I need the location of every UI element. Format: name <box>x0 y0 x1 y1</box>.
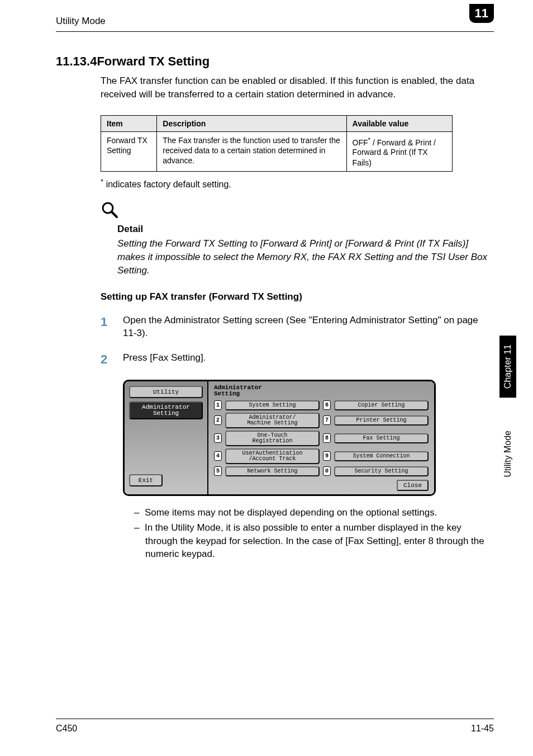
cell-desc: The Fax transfer is the function used to… <box>157 131 346 171</box>
content-area: 11.13.4Forward TX Setting The FAX transf… <box>0 32 533 561</box>
step-1: 1 Open the Administrator Setting screen … <box>101 314 494 341</box>
side-tab: Chapter 11 <box>499 336 516 398</box>
th-desc: Description <box>157 115 346 131</box>
footer-left: C450 <box>56 724 77 734</box>
menu-number: 4 <box>214 451 222 461</box>
magnify-icon <box>101 201 494 221</box>
step-2: 2 Press [Fax Setting]. <box>101 351 494 368</box>
menu-system-connection[interactable]: System Connection <box>334 451 429 461</box>
table-header-row: Item Description Available value <box>101 115 453 131</box>
panel-title: Administrator Setting <box>214 385 429 397</box>
menu-system-setting[interactable]: System Setting <box>225 400 320 410</box>
footnote-text: indicates factory default setting. <box>103 179 231 189</box>
menu-number: 0 <box>323 466 331 476</box>
menu-network-setting[interactable]: Network Setting <box>225 466 320 476</box>
panel-sidebar: Utility Administrator Setting Exit <box>125 381 208 494</box>
note-text: Some items may not be displayed dependin… <box>145 507 437 518</box>
th-item: Item <box>101 115 157 131</box>
page-header: Utility Mode 11 <box>56 0 494 32</box>
footnote: * indicates factory default setting. <box>101 177 494 190</box>
close-button[interactable]: Close <box>397 480 429 491</box>
menu-user-auth[interactable]: UserAuthentication /Account Track <box>225 448 320 464</box>
settings-table: Item Description Available value Forward… <box>101 115 453 172</box>
step-text: Open the Administrator Setting screen (S… <box>123 314 494 341</box>
menu-fax-setting[interactable]: Fax Setting <box>334 433 429 443</box>
note-item: – In the Utility Mode, it is also possib… <box>134 521 494 561</box>
utility-button[interactable]: Utility <box>129 386 203 398</box>
menu-number: 8 <box>323 433 331 443</box>
detail-text: Setting the Forward TX Setting to [Forwa… <box>117 237 494 277</box>
step-number: 2 <box>101 351 123 368</box>
exit-button[interactable]: Exit <box>129 474 163 486</box>
detail-label: Detail <box>117 224 494 235</box>
cell-avail: OFF* / Forward & Print / Forward & Print… <box>346 131 452 171</box>
menu-grid: 1 System Setting 6 Copier Setting 2 Admi… <box>214 400 429 476</box>
menu-number: 6 <box>323 400 331 410</box>
menu-copier-setting[interactable]: Copier Setting <box>334 400 429 410</box>
menu-number: 2 <box>214 415 222 425</box>
notes-list: – Some items may not be displayed depend… <box>134 506 494 561</box>
intro-paragraph: The FAX transfer function can be enabled… <box>101 74 494 101</box>
menu-admin-machine-setting[interactable]: Administrator/ Machine Setting <box>225 413 320 428</box>
footer: C450 11-45 <box>56 719 494 734</box>
menu-printer-setting[interactable]: Printer Setting <box>334 415 429 426</box>
note-text: In the Utility Mode, it is also possible… <box>145 522 484 560</box>
cell-item: Forward TX Setting <box>101 131 157 171</box>
chapter-badge: 11 <box>469 4 494 23</box>
lcd-panel-screenshot: Utility Administrator Setting Exit Admin… <box>123 380 494 496</box>
side-label: Utility Mode <box>503 431 513 478</box>
footer-right: 11-45 <box>471 724 494 734</box>
procedure-heading: Setting up FAX transfer (Forward TX Sett… <box>101 291 494 303</box>
svg-line-1 <box>112 212 117 217</box>
note-item: – Some items may not be displayed depend… <box>134 506 494 519</box>
section-heading: 11.13.4Forward TX Setting <box>56 54 494 69</box>
menu-number: 7 <box>323 415 331 425</box>
step-number: 1 <box>101 314 123 341</box>
avail-prefix: OFF <box>353 138 368 147</box>
header-title: Utility Mode <box>56 16 106 27</box>
admin-setting-button[interactable]: Administrator Setting <box>129 401 203 419</box>
th-avail: Available value <box>346 115 452 131</box>
menu-number: 3 <box>214 433 222 443</box>
menu-one-touch[interactable]: One-Touch Registration <box>225 431 320 446</box>
step-text: Press [Fax Setting]. <box>123 351 494 368</box>
menu-number: 9 <box>323 451 331 461</box>
menu-number: 1 <box>214 400 222 410</box>
menu-number: 5 <box>214 466 222 476</box>
table-row: Forward TX Setting The Fax transfer is t… <box>101 131 453 171</box>
panel-main: Administrator Setting 1 System Setting 6… <box>208 381 434 494</box>
menu-security-setting[interactable]: Security Setting <box>334 466 429 476</box>
